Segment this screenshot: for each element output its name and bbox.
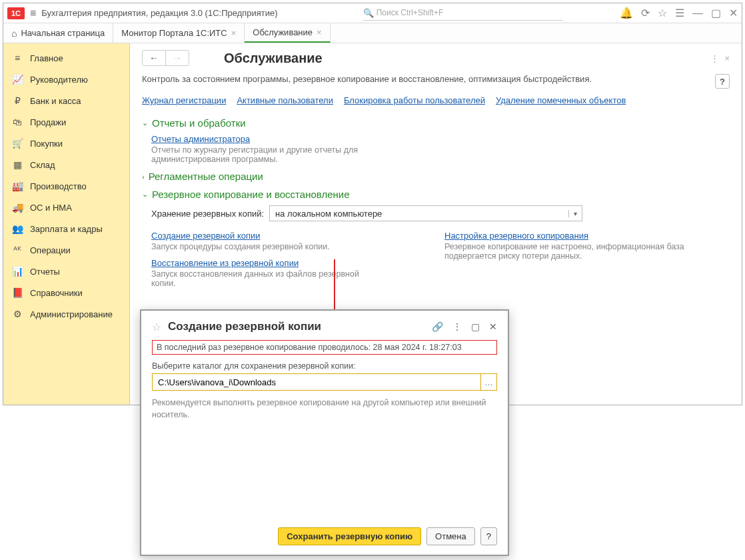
help-button[interactable]: ? bbox=[480, 527, 497, 545]
sidebar-label: Покупки bbox=[30, 139, 63, 149]
sidebar: ≡Главное📈Руководителю₽Банк и касса🛍Прода… bbox=[3, 43, 130, 405]
storage-value: на локальном компьютере bbox=[270, 209, 568, 219]
menu-icon[interactable]: ≡ bbox=[30, 7, 36, 19]
section-reports[interactable]: ⌄ Отчеты и обработки bbox=[142, 117, 730, 129]
tab-maintenance[interactable]: Обслуживание × bbox=[245, 23, 330, 43]
link-backup-settings[interactable]: Настройка резервного копирования bbox=[444, 231, 588, 241]
sidebar-label: Отчеты bbox=[30, 267, 60, 277]
top-link-3[interactable]: Удаление помеченных объектов bbox=[496, 95, 626, 105]
history-icon[interactable]: ⟳ bbox=[641, 7, 650, 19]
tab-close-icon[interactable]: × bbox=[231, 28, 237, 38]
tab-active-label: Обслуживание bbox=[253, 27, 313, 37]
search-icon: 🔍 bbox=[363, 8, 374, 18]
backup-dialog: ☆ Создание резервной копии 🔗 ⋮ ▢ ✕ В пос… bbox=[140, 309, 509, 556]
sidebar-item-12[interactable]: ⚙Администрирование bbox=[3, 303, 129, 325]
create-desc: Запуск процедуры создания резервной копи… bbox=[151, 242, 378, 251]
sidebar-item-11[interactable]: 📕Справочники bbox=[3, 282, 129, 303]
top-link-2[interactable]: Блокировка работы пользователей bbox=[344, 95, 485, 105]
sidebar-item-7[interactable]: 🚚ОС и НМА bbox=[3, 197, 129, 218]
dialog-title: Создание резервной копии bbox=[168, 320, 425, 333]
sidebar-icon: ≡ bbox=[11, 53, 23, 63]
tab-bar: ⌂ Начальная страница Монитор Портала 1С:… bbox=[3, 23, 742, 43]
sidebar-label: Администрирование bbox=[30, 309, 113, 319]
page-title: Обслуживание bbox=[224, 51, 323, 66]
chevron-down-icon: ⌄ bbox=[142, 119, 148, 127]
sidebar-item-10[interactable]: 📊Отчеты bbox=[3, 261, 129, 282]
sidebar-item-3[interactable]: 🛍Продажи bbox=[3, 111, 129, 133]
nav-forward[interactable]: → bbox=[166, 51, 189, 65]
bell-icon[interactable]: 🔔 bbox=[620, 7, 633, 19]
star-icon[interactable]: ☆ bbox=[658, 7, 667, 19]
section-scheduled[interactable]: › Регламентные операции bbox=[142, 171, 730, 182]
link-icon[interactable]: 🔗 bbox=[432, 321, 443, 332]
sidebar-icon: 📕 bbox=[11, 287, 23, 298]
search-input[interactable]: 🔍 Поиск Ctrl+Shift+F bbox=[363, 6, 563, 21]
page-description: Контроль за состоянием программы, резерв… bbox=[142, 74, 592, 84]
window-title: Бухгалтерия предприятия, редакция 3.0 (1… bbox=[41, 8, 277, 18]
minimize-icon[interactable]: — bbox=[692, 7, 703, 19]
top-link-0[interactable]: Журнал регистрации bbox=[142, 95, 226, 105]
choose-folder-label: Выберите каталог для сохранения резервно… bbox=[152, 361, 497, 371]
sidebar-label: Банк и касса bbox=[30, 96, 81, 106]
sidebar-item-2[interactable]: ₽Банк и касса bbox=[3, 90, 129, 111]
sidebar-label: Склад bbox=[30, 160, 55, 170]
storage-label: Хранение резервных копий: bbox=[151, 209, 264, 219]
maximize-icon[interactable]: ▢ bbox=[711, 7, 721, 19]
search-placeholder: Поиск Ctrl+Shift+F bbox=[376, 8, 444, 17]
favorite-icon[interactable]: ☆ bbox=[152, 321, 161, 333]
sidebar-item-1[interactable]: 📈Руководителю bbox=[3, 69, 129, 90]
backup-path-input[interactable] bbox=[153, 374, 480, 390]
sidebar-item-6[interactable]: 🏭Производство bbox=[3, 175, 129, 197]
sidebar-label: Операции bbox=[30, 245, 71, 255]
tab-home[interactable]: ⌂ Начальная страница bbox=[3, 23, 113, 43]
top-link-1[interactable]: Активные пользователи bbox=[237, 95, 333, 105]
browse-button[interactable]: … bbox=[480, 374, 496, 390]
sidebar-label: Зарплата и кадры bbox=[30, 224, 103, 234]
close-icon[interactable]: ✕ bbox=[729, 7, 738, 19]
sidebar-icon: 👥 bbox=[11, 223, 23, 234]
link-admin-reports[interactable]: Отчеты администратора bbox=[151, 134, 250, 144]
settings-desc: Резервное копирование не настроено, инфо… bbox=[444, 242, 684, 261]
sidebar-item-9[interactable]: ᴬᴷОперации bbox=[3, 239, 129, 261]
sidebar-icon: ▦ bbox=[11, 159, 23, 170]
tab-home-label: Начальная страница bbox=[21, 28, 105, 38]
titlebar: ≡ Бухгалтерия предприятия, редакция 3.0 … bbox=[3, 3, 742, 23]
sidebar-label: Справочники bbox=[30, 288, 83, 298]
sidebar-item-5[interactable]: ▦Склад bbox=[3, 154, 129, 175]
nav-back[interactable]: ← bbox=[143, 51, 166, 65]
cancel-button[interactable]: Отмена bbox=[426, 527, 475, 545]
nav-arrows: ← → bbox=[142, 50, 189, 66]
tab-monitor[interactable]: Монитор Портала 1С:ИТС × bbox=[113, 23, 245, 43]
sidebar-item-4[interactable]: 🛒Покупки bbox=[3, 133, 129, 154]
sidebar-icon: ᴬᴷ bbox=[11, 245, 23, 255]
storage-select[interactable]: на локальном компьютере ▾ bbox=[269, 205, 582, 221]
restore-desc: Запуск восстановления данных из файлов р… bbox=[151, 269, 378, 288]
close-panel-icon[interactable]: × bbox=[724, 53, 730, 63]
dropdown-icon[interactable]: ▾ bbox=[568, 210, 582, 217]
reports-description: Отчеты по журналу регистрации и другие о… bbox=[151, 145, 378, 164]
sidebar-icon: 🏭 bbox=[11, 181, 23, 191]
filter-icon[interactable]: ☰ bbox=[675, 7, 684, 19]
sidebar-label: Руководителю bbox=[30, 75, 88, 85]
recommendation-text: Рекомендуется выполнять резервное копиро… bbox=[152, 397, 497, 421]
link-create-backup[interactable]: Создание резервной копии bbox=[151, 231, 261, 241]
close-icon[interactable]: ✕ bbox=[489, 321, 497, 332]
sidebar-item-8[interactable]: 👥Зарплата и кадры bbox=[3, 218, 129, 239]
help-button[interactable]: ? bbox=[715, 74, 730, 89]
maximize-icon[interactable]: ▢ bbox=[471, 321, 480, 332]
sidebar-label: Продажи bbox=[30, 117, 66, 127]
more-icon[interactable]: ⋮ bbox=[710, 53, 719, 63]
more-icon[interactable]: ⋮ bbox=[452, 321, 462, 332]
chevron-right-icon: › bbox=[142, 173, 145, 181]
section-backup[interactable]: ⌄ Резервное копирование и восстановление bbox=[142, 189, 730, 200]
sidebar-label: ОС и НМА bbox=[30, 203, 72, 213]
sidebar-item-0[interactable]: ≡Главное bbox=[3, 47, 129, 69]
link-restore-backup[interactable]: Восстановление из резервной копии bbox=[151, 258, 299, 268]
app-logo bbox=[7, 7, 25, 19]
save-backup-button[interactable]: Сохранить резервную копию bbox=[278, 527, 421, 545]
chevron-down-icon: ⌄ bbox=[142, 190, 148, 199]
tab-close-icon[interactable]: × bbox=[317, 27, 322, 37]
sidebar-label: Главное bbox=[30, 53, 63, 63]
sidebar-icon: ₽ bbox=[11, 95, 23, 106]
sidebar-icon: ⚙ bbox=[11, 309, 23, 319]
